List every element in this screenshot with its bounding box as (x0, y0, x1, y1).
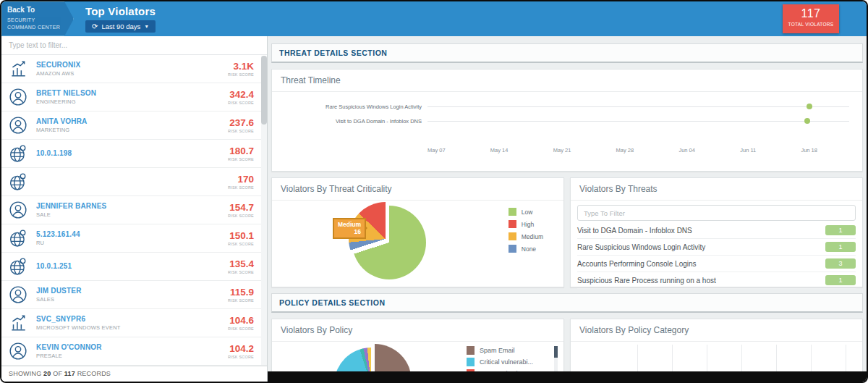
legend-label: Critical vulnerabi... (480, 358, 533, 366)
violator-row[interactable]: KEVIN O'CONNOR PRESALE 104.2 RISK SCORE (1, 337, 267, 366)
timeline-threat-label: Rare Suspicious Windows Login Activity (279, 104, 427, 110)
legend-label: High (522, 221, 534, 228)
violator-name: SVC_SNYPR6 (36, 315, 228, 323)
violator-name: SECURONIX (36, 61, 228, 69)
timeline-tick-label: Jun 11 (740, 147, 756, 153)
risk-score-label: RISK SCORE (228, 157, 254, 161)
violator-subtitle: MICROSOFT WINDOWS EVENT (36, 324, 228, 331)
legend-swatch (509, 232, 516, 240)
violator-row[interactable]: SECURONIX AMAZON AWS 3.1K RISK SCORE (1, 55, 267, 83)
legend-item: Spam Email (467, 346, 545, 355)
policy-pie-title: Violators By Policy (272, 319, 563, 342)
risk-score-label: RISK SCORE (228, 355, 254, 359)
threat-name: Accounts Performing Console Logins (577, 260, 697, 268)
legend-swatch (467, 346, 475, 355)
time-range-dropdown[interactable]: ⟳ Last 90 days ▼ (85, 20, 156, 33)
person-icon (9, 116, 27, 135)
timeline-row: Visit to DGA Domain - Infoblox DNS (279, 114, 855, 128)
sidebar-scrollbar-thumb[interactable] (261, 56, 267, 125)
pie-tooltip: Medium 16 (333, 218, 366, 239)
threat-list-item[interactable]: Suspicious Rare Process running on a hos… (577, 272, 856, 289)
risk-score-label: RISK SCORE (228, 298, 254, 303)
risk-score-label: RISK SCORE (228, 185, 254, 190)
violator-row[interactable]: 10.0.1.198 180.7 RISK SCORE (1, 140, 267, 168)
violator-row[interactable]: 170 RISK SCORE (1, 168, 267, 196)
legend-item: High (509, 220, 543, 228)
violator-row[interactable]: BRETT NIELSON ENGINEERING 342.4 RISK SCO… (1, 83, 267, 111)
legend-label: Medium (522, 233, 543, 240)
threat-count-badge: 1 (825, 225, 856, 235)
violator-list: SECURONIX AMAZON AWS 3.1K RISK SCORE BRE… (1, 55, 267, 366)
threats-filter-input[interactable] (577, 205, 856, 221)
person-icon (9, 342, 27, 361)
pie-tooltip-value: 16 (338, 228, 361, 235)
risk-score-value: 170 (228, 174, 254, 185)
legend-swatch (509, 220, 516, 228)
violator-subtitle: AMAZON AWS (36, 70, 228, 77)
policy-legend-scrollbar-thumb[interactable] (554, 346, 558, 358)
violator-subtitle: PRESALE (36, 353, 228, 359)
violator-row[interactable]: SVC_SNYPR6 MICROSOFT WINDOWS EVENT 104.6… (1, 309, 267, 337)
violator-name: BRETT NIELSON (36, 89, 228, 97)
threat-timeline-panel: Threat Timeline Rare Suspicious Windows … (271, 69, 863, 172)
timeline-threat-label: Visit to DGA Domain - Infoblox DNS (279, 118, 427, 125)
risk-score-label: RISK SCORE (228, 327, 254, 331)
legend-swatch (509, 245, 516, 253)
timeline-track (427, 121, 849, 122)
chart-icon (9, 59, 27, 78)
globe-icon (9, 172, 27, 191)
legend-label: None (522, 245, 536, 253)
timeline-x-axis: May 07May 14May 21May 28Jun 04Jun 11Jun … (427, 147, 817, 153)
back-to-label: Back To (7, 6, 68, 14)
legend-label: Low (522, 209, 533, 216)
risk-score-label: RISK SCORE (228, 270, 254, 274)
back-to-destination: SECURITY COMMAND CENTER (7, 17, 61, 31)
legend-item: Critical vulnerabi... (467, 358, 545, 366)
threat-list-item[interactable]: Accounts Performing Console Logins 3 (577, 256, 856, 272)
risk-score-value: 104.2 (228, 343, 254, 354)
threat-name: Rare Suspicious Windows Login Activity (577, 243, 705, 251)
violator-subtitle: SALES (36, 296, 228, 303)
risk-score-label: RISK SCORE (228, 72, 254, 77)
violator-name: 5.123.161.44 (36, 230, 228, 238)
timeline-track (427, 106, 849, 107)
threats-title: Violators By Threats (571, 178, 862, 201)
violator-row[interactable]: 10.0.1.251 135.4 RISK SCORE (1, 253, 267, 281)
violator-name: ANITA VOHRA (36, 117, 228, 125)
time-range-label: Last 90 days (101, 22, 140, 30)
timeline-row: Rare Suspicious Windows Login Activity (279, 99, 855, 114)
chart-icon (9, 313, 27, 332)
risk-score-value: 237.6 (228, 117, 254, 128)
legend-item: Medium (509, 232, 543, 240)
violator-row[interactable]: JIM DUSTER SALES 115.9 RISK SCORE (1, 281, 267, 309)
threat-name: Suspicious Rare Process running on a hos… (577, 277, 716, 285)
violator-subtitle: ENGINEERING (36, 98, 228, 105)
timeline-event-dot[interactable] (804, 118, 810, 124)
timeline-event-dot[interactable] (807, 104, 812, 109)
violator-subtitle: SALE (36, 211, 228, 218)
policy-details-section-header: POLICY DETAILS SECTION (271, 293, 863, 313)
person-icon (9, 285, 27, 304)
violator-filter-input[interactable] (9, 41, 260, 49)
violator-row[interactable]: JENNIFER BARNES SALE 154.7 RISK SCORE (1, 196, 267, 224)
criticality-panel: Violators By Threat Criticality Medium 1… (271, 177, 564, 287)
threat-list-item[interactable]: Rare Suspicious Windows Login Activity 1 (577, 239, 856, 256)
legend-item: Low (509, 208, 543, 216)
globe-icon (9, 229, 27, 248)
criticality-pie-low-slice[interactable] (352, 206, 426, 279)
threat-list-item[interactable]: Visit to DGA Domain - Infoblox DNS 1 (577, 222, 856, 239)
criticality-pie-chart[interactable] (349, 202, 427, 280)
threat-count-badge: 1 (825, 242, 856, 252)
threats-panel: Violators By Threats Visit to DGA Domain… (570, 177, 863, 287)
violator-subtitle: MARKETING (36, 127, 228, 133)
sidebar-scrollbar[interactable] (261, 56, 267, 365)
risk-score-value: 180.7 (228, 146, 254, 156)
legend-swatch (467, 358, 475, 366)
back-to-security-command-center-button[interactable]: Back To SECURITY COMMAND CENTER (1, 1, 74, 36)
timeline-tick-label: May 14 (490, 147, 509, 153)
timeline-tick-label: May 21 (553, 147, 571, 153)
total-violators-value: 117 (783, 7, 839, 20)
refresh-icon: ⟳ (92, 22, 98, 30)
violator-row[interactable]: ANITA VOHRA MARKETING 237.6 RISK SCORE (1, 111, 267, 140)
violator-row[interactable]: 5.123.161.44 RU 150.1 RISK SCORE (1, 224, 267, 253)
